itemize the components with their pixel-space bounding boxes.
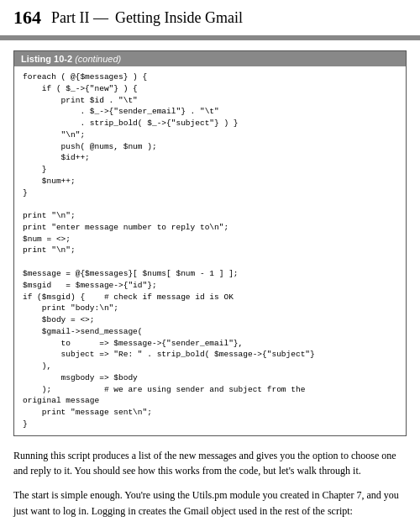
listing-title: Listing 10-2 (continued) — [14, 51, 406, 66]
page-container: 164 Part II — Getting Inside Gmail Listi… — [0, 0, 420, 527]
header-subtitle: Getting Inside Gmail — [115, 9, 243, 27]
body-paragraph-2: The start is simple enough. You're using… — [13, 487, 407, 519]
header-separator: Part II — — [51, 9, 108, 27]
header-divider — [0, 35, 420, 40]
code-listing: foreach ( @{$messages} ) { if ( $_->{"ne… — [14, 66, 406, 435]
listing-name: Listing 10-2 — [21, 54, 72, 64]
body-text: Running this script produces a list of t… — [13, 448, 407, 519]
page-number: 164 — [13, 7, 41, 29]
listing-continued: (continued) — [75, 54, 121, 64]
body-paragraph-1: Running this script produces a list of t… — [13, 448, 407, 479]
page-header: 164 Part II — Getting Inside Gmail — [0, 0, 420, 35]
listing-box: Listing 10-2 (continued) foreach ( @{$me… — [13, 50, 407, 436]
